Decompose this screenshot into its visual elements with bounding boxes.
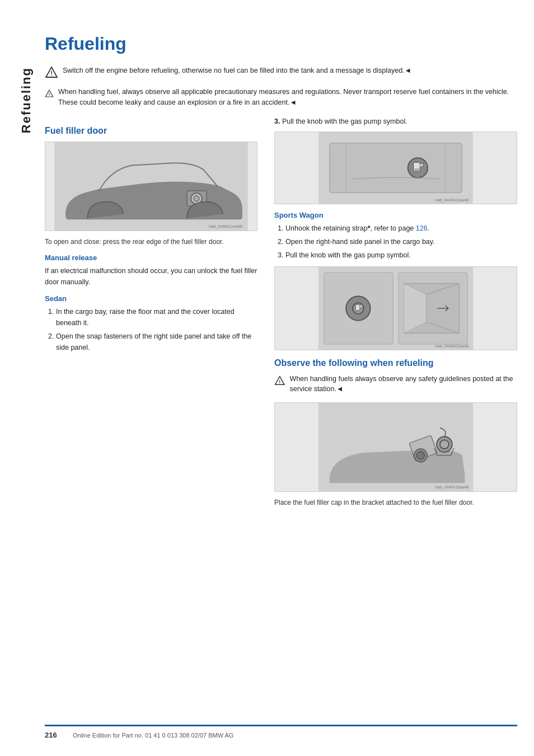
svg-rect-10 [330,143,462,192]
sidebar-label: Refueling [19,67,34,133]
sedan-step-1: In the cargo bay, raise the floor mat an… [56,306,257,328]
sports-wagon-image: nwb_0440412ew48 [274,266,517,350]
manual-release-heading: Manual release [45,253,257,262]
warning-icon-2: ! [45,87,54,100]
svg-text:!: ! [49,92,50,97]
svg-rect-22 [355,304,360,311]
manual-release-text: If an electrical malfunction should occu… [45,265,257,288]
warning-text-1: Switch off the engine before refueling, … [63,65,411,76]
page-container: Refueling Refueling ! Switch off the eng… [0,0,534,756]
sw-step-3: Pull the knob with the gas pump symbol. [285,250,517,261]
sedan-step-2: Open the snap fasteners of the right sid… [56,331,257,353]
svg-text:!: ! [279,378,280,384]
footer-text: Online Edition for Part no. 01 41 0 013 … [73,732,233,739]
left-column: Fuel filler door [45,116,257,708]
main-content: Refueling ! Switch off the engine before… [34,0,534,756]
sw-step-2: Open the right-hand side panel in the ca… [285,236,517,247]
fuel-cap-caption: Place the fuel filler cap in the bracket… [274,497,517,508]
svg-text:!: ! [50,70,53,77]
svg-text:nwb_0440411ew48: nwb_0440411ew48 [435,198,469,203]
page-footer: 216 Online Edition for Part no. 01 41 0 … [45,725,517,739]
observe-warning-block: ! When handling fuels always observe any… [274,374,517,395]
warning-icon-observe: ! [274,374,285,387]
sports-wagon-steps: Unhook the retaining strap*, refer to pa… [274,223,517,261]
svg-text:nwb_0440413ew48: nwb_0440413ew48 [435,485,469,490]
two-col-layout: Fuel filler door [45,116,517,708]
asterisk-bold: * [368,224,371,232]
page-number: 216 [45,731,64,739]
page-title: Refueling [45,34,517,54]
warning-icon-1: ! [45,65,58,79]
sidebar: Refueling [0,0,34,756]
observe-heading: Observe the following when refueling [274,358,517,368]
fuel-door-caption: To open and close: press the rear edge o… [45,237,257,247]
svg-text:nwb_0440412ew48: nwb_0440412ew48 [435,344,469,349]
sedan-steps: In the cargo bay, raise the floor mat an… [45,306,257,353]
fuel-door-image: nwb_0440411ew48 [45,142,257,231]
page-126-link[interactable]: 126 [416,224,428,232]
warning-block-1: ! Switch off the engine before refueling… [45,65,517,79]
sedan-heading: Sedan [45,294,257,303]
step3-left-text: 3. Pull the knob with the gas pump symbo… [274,116,517,127]
svg-point-7 [194,195,199,201]
fuel-filler-door-heading: Fuel filler door [45,126,257,136]
svg-text:nwb_0440411ew48: nwb_0440411ew48 [209,224,242,229]
gas-pump-image-top: nwb_0440411ew48 [274,132,517,204]
observe-warning-text: When handling fuels always observe any s… [290,374,517,395]
svg-point-29 [440,440,449,449]
warning-text-2: When handling fuel, always observe all a… [58,87,517,108]
right-column: 3. Pull the knob with the gas pump symbo… [274,116,517,708]
sw-step-1: Unhook the retaining strap*, refer to pa… [285,223,517,234]
fuel-cap-image: nwb_0440413ew48 [274,402,517,492]
svg-rect-15 [414,168,419,171]
svg-point-31 [417,452,425,459]
sports-wagon-heading: Sports Wagon [274,211,517,219]
warning-block-2: ! When handling fuel, always observe all… [45,87,517,108]
